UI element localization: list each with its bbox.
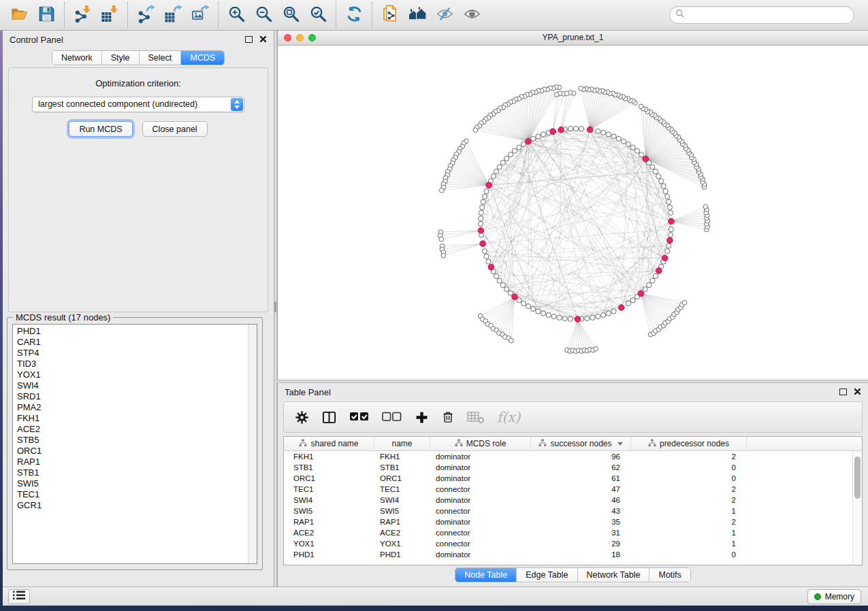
network-node[interactable]: [579, 86, 583, 91]
network-node[interactable]: [626, 301, 630, 306]
network-node[interactable]: [667, 205, 672, 210]
table-cell[interactable]: 43: [531, 506, 631, 516]
search-input[interactable]: [688, 10, 848, 20]
table-cell[interactable]: dominator: [430, 549, 531, 560]
table-cell[interactable]: SWI5: [284, 506, 374, 516]
network-node[interactable]: [512, 148, 517, 153]
float-table-panel-button[interactable]: [839, 389, 847, 395]
network-node[interactable]: [653, 169, 658, 174]
mcds-result-item[interactable]: ACE2: [13, 424, 247, 435]
network-node[interactable]: [606, 132, 611, 137]
network-node[interactable]: [557, 315, 562, 320]
network-node[interactable]: [626, 142, 630, 146]
network-node[interactable]: [473, 128, 478, 133]
network-node[interactable]: [639, 152, 644, 157]
split-column-button[interactable]: [321, 410, 337, 425]
network-node[interactable]: [521, 301, 526, 306]
optimization-select[interactable]: largest connected component (undirected): [32, 97, 244, 112]
add-column-button[interactable]: [415, 410, 429, 425]
network-node[interactable]: [643, 287, 647, 292]
column-header-MCDS-role[interactable]: MCDS role: [430, 437, 531, 450]
table-cell[interactable]: connector: [430, 506, 531, 516]
hide-panel-button[interactable]: [431, 1, 458, 29]
export-network-button[interactable]: [132, 1, 159, 29]
table-cell[interactable]: PHD1: [284, 549, 374, 560]
network-node[interactable]: [638, 291, 644, 297]
table-scrollbar-thumb[interactable]: [854, 457, 861, 499]
network-node[interactable]: [488, 264, 494, 270]
network-node[interactable]: [596, 314, 600, 319]
table-row[interactable]: ORC1ORC1dominator610: [284, 473, 862, 484]
network-node[interactable]: [482, 249, 487, 254]
network-node[interactable]: [665, 194, 670, 199]
table-row[interactable]: FKH1FKH1dominator962: [284, 451, 862, 462]
network-node[interactable]: [643, 156, 649, 162]
network-node[interactable]: [480, 241, 486, 247]
table-cell[interactable]: TEC1: [284, 484, 374, 495]
network-node[interactable]: [653, 274, 658, 278]
table-cell[interactable]: 1: [631, 527, 747, 538]
network-node[interactable]: [666, 199, 671, 204]
column-header-predecessor-nodes[interactable]: predecessor nodes: [631, 437, 747, 450]
table-row[interactable]: ACE2ACE2connector311: [284, 527, 862, 538]
function-builder-button[interactable]: f(x): [497, 409, 520, 425]
zoom-window-button[interactable]: [308, 34, 316, 42]
network-node[interactable]: [601, 130, 606, 135]
mcds-result-item[interactable]: SWI5: [13, 478, 247, 489]
table-cell[interactable]: 47: [531, 484, 631, 495]
mcds-result-list[interactable]: PHD1CAR1STP4TID3YOX1SWI4SRD1PMA2FKH1ACE2…: [12, 324, 257, 564]
task-history-button[interactable]: [8, 589, 30, 604]
network-node[interactable]: [601, 313, 606, 318]
network-node[interactable]: [500, 282, 505, 287]
network-node[interactable]: [551, 314, 556, 319]
column-header-successor-nodes[interactable]: successor nodes: [531, 437, 631, 450]
table-cell[interactable]: YOX1: [374, 538, 430, 549]
network-node[interactable]: [497, 165, 502, 169]
table-cell[interactable]: dominator: [430, 516, 531, 527]
network-node[interactable]: [611, 309, 616, 314]
mcds-result-item[interactable]: CAR1: [13, 337, 247, 348]
refresh-button[interactable]: [340, 1, 368, 29]
minimize-window-button[interactable]: [296, 34, 304, 42]
network-node[interactable]: [536, 309, 541, 314]
table-cell[interactable]: 2: [631, 451, 747, 462]
network-node[interactable]: [479, 216, 483, 220]
network-node[interactable]: [479, 210, 483, 215]
table-cell[interactable]: SWI4: [374, 495, 430, 506]
network-node[interactable]: [550, 129, 556, 135]
memory-button[interactable]: Memory: [807, 589, 861, 604]
network-node[interactable]: [554, 93, 559, 97]
deselect-all-columns-button[interactable]: [382, 410, 402, 425]
network-node[interactable]: [508, 152, 513, 157]
select-all-columns-button[interactable]: [349, 410, 370, 425]
network-node[interactable]: [531, 307, 536, 312]
mcds-result-item[interactable]: STB5: [13, 435, 247, 446]
network-node[interactable]: [579, 127, 584, 131]
zoom-in-button[interactable]: [223, 1, 250, 29]
delete-column-button[interactable]: [441, 410, 455, 425]
network-node[interactable]: [478, 221, 483, 226]
network-node[interactable]: [665, 249, 670, 254]
table-cell[interactable]: ORC1: [374, 473, 430, 484]
mcds-result-item[interactable]: FKH1: [13, 413, 247, 424]
table-row[interactable]: RAP1RAP1dominator352: [284, 516, 862, 527]
tab-network[interactable]: Network: [52, 51, 102, 65]
zoom-fit-button[interactable]: [277, 1, 304, 29]
table-cell[interactable]: 31: [531, 527, 631, 538]
table-cell[interactable]: 96: [531, 451, 631, 462]
table-cell[interactable]: FKH1: [284, 451, 374, 462]
network-node[interactable]: [662, 255, 668, 261]
network-node[interactable]: [611, 134, 616, 139]
network-node[interactable]: [669, 218, 675, 225]
network-node[interactable]: [682, 301, 687, 306]
mcds-result-item[interactable]: RAP1: [13, 457, 247, 467]
close-panel-button[interactable]: [259, 35, 267, 43]
close-panel-action-button[interactable]: Close panel: [142, 121, 208, 137]
table-row[interactable]: YOX1YOX1connector291: [284, 538, 862, 549]
zoom-out-button[interactable]: [250, 1, 277, 29]
network-node[interactable]: [619, 305, 625, 311]
mcds-result-item[interactable]: YOX1: [13, 369, 247, 380]
table-cell[interactable]: 0: [631, 549, 747, 560]
float-panel-button[interactable]: [245, 36, 253, 43]
network-canvas[interactable]: [278, 46, 868, 380]
